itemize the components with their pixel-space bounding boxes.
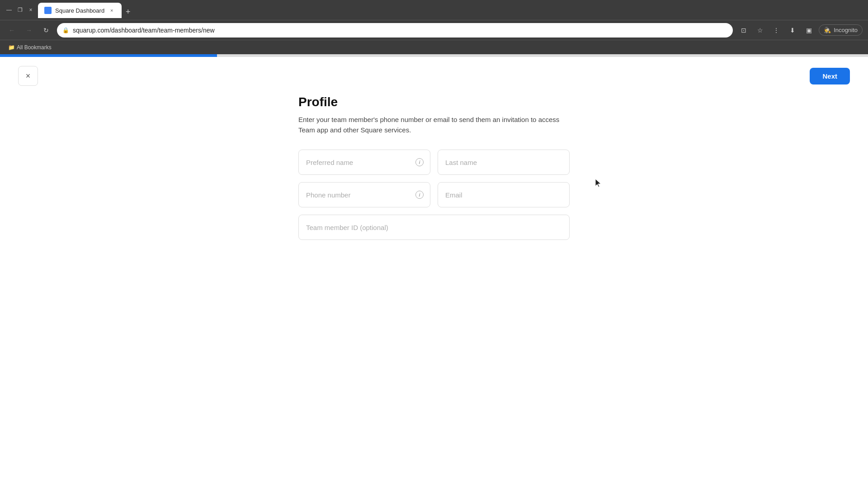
- bookmark-star-icon[interactable]: ☆: [754, 24, 766, 37]
- window-close-button[interactable]: ×: [27, 6, 34, 14]
- bookmarks-label: All Bookmarks: [17, 44, 52, 51]
- preferred-name-input[interactable]: [298, 150, 430, 175]
- phone-input[interactable]: [298, 182, 430, 207]
- contact-row: i: [298, 182, 570, 207]
- form-description: Enter your team member's phone number or…: [298, 115, 570, 135]
- cursor: [594, 178, 604, 191]
- toolbar-actions: ⊡ ☆ ⋮ ⬇ ▣ 🕵 Incognito: [737, 24, 863, 37]
- preferred-name-info-icon[interactable]: i: [415, 158, 424, 167]
- phone-info-icon[interactable]: i: [415, 190, 424, 199]
- tabs-bar: Square Dashboard × +: [38, 2, 863, 18]
- name-row: i: [298, 150, 570, 175]
- form-title: Profile: [298, 95, 570, 109]
- back-button[interactable]: ←: [5, 24, 18, 37]
- team-id-field: [298, 215, 570, 240]
- email-input[interactable]: [438, 182, 570, 207]
- all-bookmarks-item[interactable]: 📁 All Bookmarks: [5, 43, 54, 52]
- incognito-label: Incognito: [834, 27, 858, 33]
- last-name-field: [438, 150, 570, 175]
- reload-button[interactable]: ↻: [40, 24, 52, 37]
- active-tab[interactable]: Square Dashboard ×: [38, 3, 122, 18]
- next-button[interactable]: Next: [810, 68, 850, 84]
- email-field: [438, 182, 570, 207]
- address-text: squarup.com/dashboard/team/team-members/…: [73, 27, 727, 34]
- security-icon: 🔒: [62, 27, 69, 33]
- bookmarks-bar: 📁 All Bookmarks: [0, 40, 868, 54]
- incognito-button[interactable]: 🕵 Incognito: [819, 24, 863, 36]
- incognito-icon: 🕵: [824, 27, 831, 33]
- new-tab-button[interactable]: +: [122, 5, 134, 18]
- minimize-button[interactable]: —: [5, 6, 13, 14]
- last-name-input[interactable]: [438, 150, 570, 175]
- address-bar[interactable]: 🔒 squarup.com/dashboard/team/team-member…: [57, 23, 733, 38]
- tab-label: Square Dashboard: [55, 7, 104, 14]
- top-actions: × Next: [0, 66, 868, 86]
- download-icon[interactable]: ⬇: [786, 24, 799, 37]
- browser-menu-icon[interactable]: ⋮: [770, 24, 783, 37]
- window-controls: — ❐ ×: [5, 6, 34, 14]
- sidebar-icon[interactable]: ▣: [802, 24, 815, 37]
- team-id-row: [298, 215, 570, 240]
- browser-top-bar: — ❐ × Square Dashboard × +: [0, 0, 868, 20]
- tab-favicon: [44, 7, 52, 14]
- phone-field: i: [298, 182, 430, 207]
- forward-button[interactable]: →: [23, 24, 35, 37]
- preferred-name-field: i: [298, 150, 430, 175]
- close-button[interactable]: ×: [18, 66, 38, 86]
- browser-chrome: — ❐ × Square Dashboard × + ← → ↻: [0, 0, 868, 54]
- page-content: × Next Profile Enter your team member's …: [0, 57, 868, 474]
- restore-button[interactable]: ❐: [16, 6, 24, 14]
- tab-close-button[interactable]: ×: [108, 7, 115, 14]
- profile-form: Profile Enter your team member's phone n…: [289, 95, 579, 240]
- bookmarks-folder-icon: 📁: [8, 44, 15, 51]
- team-id-input[interactable]: [298, 215, 570, 240]
- browser-toolbar: ← → ↻ 🔒 squarup.com/dashboard/team/team-…: [0, 20, 868, 40]
- cast-icon[interactable]: ⊡: [737, 24, 750, 37]
